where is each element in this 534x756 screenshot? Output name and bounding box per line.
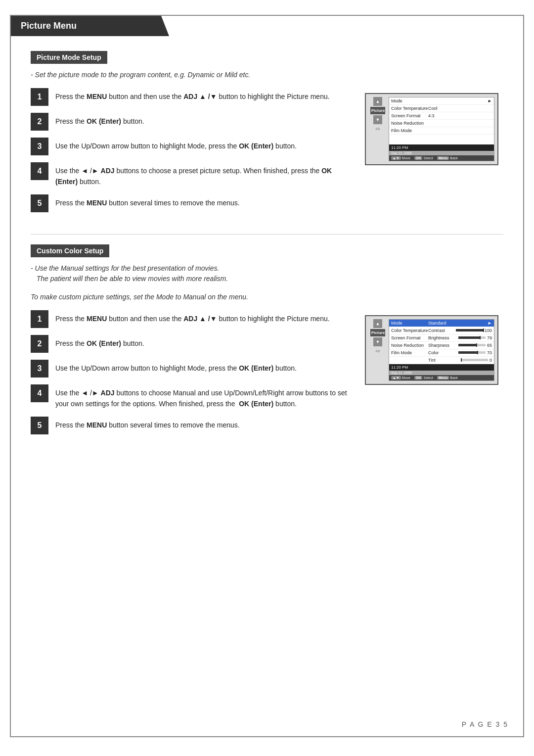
bar-brightness: 79 <box>458 335 492 340</box>
tv-nav-2: ▲▼ Move OK Select Menu Back <box>389 375 494 380</box>
bar-tint: 0 <box>461 358 492 363</box>
section1-screen: ▲ Picture ▼ AB Mode ► <box>365 88 503 165</box>
step-num-5: 5 <box>31 194 48 212</box>
tv-screen-1: Mode ► Color Temperature Cool Screen For… <box>389 97 494 161</box>
section-divider <box>31 234 503 235</box>
bar-contrast: 100 <box>456 328 492 333</box>
step2-text-2: Press the OK (Enter) button. <box>55 335 144 349</box>
tv-time-2: 11:20 PM <box>391 365 408 370</box>
tv-picture-label: Picture <box>370 107 385 114</box>
section-picture-mode: Picture Mode Setup - Set the picture mod… <box>11 51 523 219</box>
tv-mockup-2: ▲ Picture ▼ AB Mode Standard ► <box>365 315 498 385</box>
step2-num-1: 1 <box>31 310 48 328</box>
tv-date-1: Sep.11, 2006 <box>389 151 494 155</box>
step2-num-5: 5 <box>31 417 48 434</box>
step2-num-2: 2 <box>31 335 48 353</box>
step-2-4: 4 Use the ◄ /► ADJ buttons to choose Man… <box>31 384 350 410</box>
tv-down-arrow: ▼ <box>373 115 382 124</box>
menu2-row-contrast: Color Temperature Contrast 100 <box>389 327 494 334</box>
section-custom-color: Custom Color Setup - Use the Manual sett… <box>11 244 523 441</box>
menu2-row-color: Film Mode Color 70 <box>389 349 494 357</box>
step-num-1: 1 <box>31 88 48 106</box>
tv-footer-1: 11:20 PM <box>389 144 494 151</box>
step2-num-3: 3 <box>31 360 48 378</box>
step2-text-3: Use the Up/Down arrow button to highligh… <box>55 360 297 374</box>
page: Picture Menu Picture Mode Setup - Set th… <box>10 15 524 737</box>
step-2-5: 5 Press the MENU button several times to… <box>31 417 350 434</box>
step-text-2: Press the OK (Enter) button. <box>55 113 144 127</box>
step-1-2: 2 Press the OK (Enter) button. <box>31 113 350 131</box>
tv-screen-2: Mode Standard ► Color Temperature Contra… <box>389 319 494 381</box>
tv-footer-2: 11:20 PM <box>389 364 494 371</box>
step-1-3: 3 Use the Up/Down arrow button to highli… <box>31 138 350 155</box>
page-number: P A G E 3 5 <box>462 720 508 728</box>
step-text-1: Press the MENU button and then use the A… <box>55 88 330 102</box>
step-text-4: Use the ◄ /► ADJ buttons to choose a pre… <box>55 162 350 188</box>
section2-desc2: To make custom picture settings, set the… <box>31 292 503 302</box>
section1-steps: 1 Press the MENU button and then use the… <box>31 88 350 219</box>
step-num-4: 4 <box>31 162 48 180</box>
tv-spacer-1 <box>389 135 494 144</box>
tv2-picture-label: Picture <box>370 329 385 336</box>
section2-header: Custom Color Setup <box>31 244 109 257</box>
step-2-1: 1 Press the MENU button and then use the… <box>31 310 350 328</box>
menu-row-filmmode: Film Mode <box>389 127 494 135</box>
bar-color: 70 <box>458 350 492 355</box>
step-text-5: Press the MENU button several times to r… <box>55 194 240 208</box>
step-1-5: 5 Press the MENU button several times to… <box>31 194 350 212</box>
menu-row-noisereduction: Noise Reduction <box>389 120 494 127</box>
section1-header: Picture Mode Setup <box>31 51 107 64</box>
bar-sharpness: 65 <box>458 343 492 348</box>
menu-row-screenformat: Screen Format 4:3 <box>389 112 494 120</box>
tv-time-1: 11:20 PM <box>391 145 408 150</box>
step-num-2: 2 <box>31 113 48 131</box>
section2-steps: 1 Press the MENU button and then use the… <box>31 310 350 441</box>
section2-content: 1 Press the MENU button and then use the… <box>31 310 503 441</box>
step2-num-4: 4 <box>31 384 48 402</box>
step-1-1: 1 Press the MENU button and then use the… <box>31 88 350 106</box>
step-2-3: 3 Use the Up/Down arrow button to highli… <box>31 360 350 378</box>
menu2-row-brightness: Screen Format Brightness 79 <box>389 334 494 342</box>
section2-desc1: - Use the Manual settings for the best p… <box>31 263 503 284</box>
tv-up-arrow: ▲ <box>373 97 382 106</box>
tv-date-2: Sep.11, 2006 <box>389 371 494 375</box>
tv2-ab-label: AB <box>375 349 380 353</box>
step-num-3: 3 <box>31 138 48 155</box>
tv-nav-1: ▲▼ Move OK Select Menu Back <box>389 155 494 161</box>
section2-screen: ▲ Picture ▼ AB Mode Standard ► <box>365 310 503 385</box>
tv2-up-arrow: ▲ <box>373 319 382 328</box>
menu2-row-sharpness: Noise Reduction Sharpness 65 <box>389 342 494 349</box>
section1-content: 1 Press the MENU button and then use the… <box>31 88 503 219</box>
menu-row-mode: Mode ► <box>389 97 494 105</box>
menu2-row-mode: Mode Standard ► <box>389 320 494 327</box>
step2-text-5: Press the MENU button several times to r… <box>55 417 240 430</box>
page-title: Picture Menu <box>11 16 169 36</box>
tv2-down-arrow: ▼ <box>373 337 382 346</box>
step-text-3: Use the Up/Down arrow button to highligh… <box>55 138 297 151</box>
menu-row-colortemp: Color Temperature Cool <box>389 105 494 112</box>
section1-desc: - Set the picture mode to the program co… <box>31 70 503 80</box>
menu2-row-tint: Tint 0 <box>389 357 494 364</box>
step2-text-4: Use the ◄ /► ADJ buttons to choose Manua… <box>55 384 350 410</box>
step-2-2: 2 Press the OK (Enter) button. <box>31 335 350 353</box>
tv-mockup-1: ▲ Picture ▼ AB Mode ► <box>365 93 498 165</box>
tv-controls-1: ▲ Picture ▼ AB <box>369 97 387 161</box>
tv-controls-2: ▲ Picture ▼ AB <box>369 319 387 381</box>
tv-ab-label: AB <box>375 127 380 131</box>
step2-text-1: Press the MENU button and then use the A… <box>55 310 330 324</box>
step-1-4: 4 Use the ◄ /► ADJ buttons to choose a p… <box>31 162 350 188</box>
